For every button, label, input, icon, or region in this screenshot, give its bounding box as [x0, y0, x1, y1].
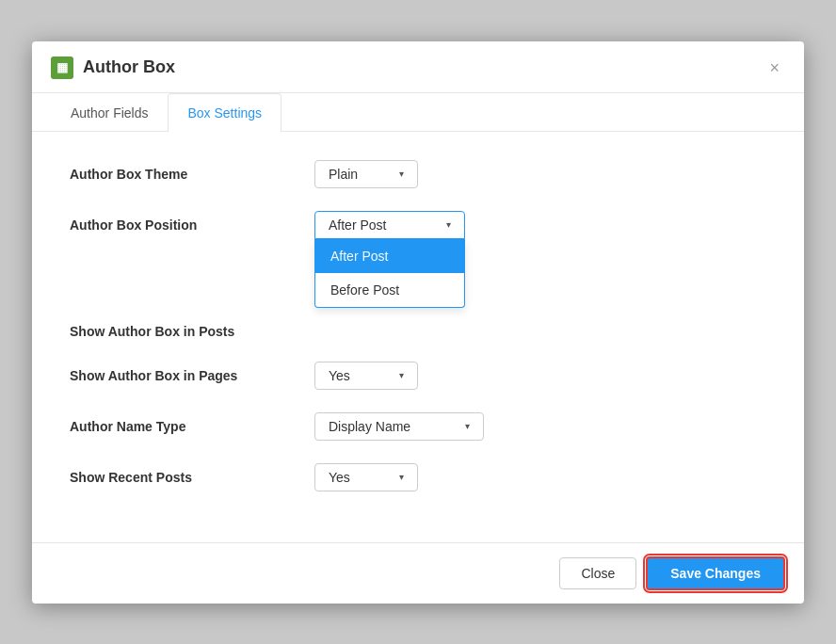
- modal-title: ▦ Author Box: [51, 56, 175, 79]
- show-in-pages-control: Yes ▾: [314, 362, 418, 390]
- modal-close-button[interactable]: ×: [764, 57, 785, 78]
- show-in-pages-row: Show Author Box in Pages Yes ▾: [70, 362, 766, 390]
- chevron-down-icon: ▾: [399, 472, 404, 482]
- author-box-position-select[interactable]: After Post ▾: [314, 211, 465, 239]
- show-recent-posts-label: Show Recent Posts: [70, 470, 314, 485]
- author-name-type-select[interactable]: Display Name ▾: [314, 412, 484, 441]
- author-box-theme-row: Author Box Theme Plain ▾: [70, 160, 766, 188]
- show-recent-posts-value: Yes: [329, 470, 350, 485]
- show-in-posts-label: Show Author Box in Posts: [70, 324, 314, 339]
- show-in-pages-label: Show Author Box in Pages: [70, 368, 314, 383]
- chevron-down-icon: ▾: [399, 370, 404, 380]
- position-dropdown-menu: After Post Before Post: [314, 239, 465, 308]
- save-changes-button[interactable]: Save Changes: [646, 556, 785, 590]
- show-in-pages-value: Yes: [329, 368, 350, 383]
- tab-box-settings[interactable]: Box Settings: [168, 93, 281, 132]
- show-in-posts-row: Show Author Box in Posts: [70, 324, 766, 339]
- author-box-position-control: After Post ▾ After Post Before Post: [314, 211, 465, 239]
- modal-header: ▦ Author Box ×: [32, 41, 804, 93]
- tab-author-fields[interactable]: Author Fields: [51, 93, 168, 132]
- author-name-type-row: Author Name Type Display Name ▾: [70, 412, 766, 441]
- dropdown-option-after-post[interactable]: After Post: [315, 239, 464, 273]
- author-box-theme-select[interactable]: Plain ▾: [314, 160, 418, 188]
- tab-bar: Author Fields Box Settings: [32, 93, 804, 132]
- chevron-down-icon: ▾: [465, 421, 470, 431]
- author-box-theme-control: Plain ▾: [314, 160, 418, 188]
- title-text: Author Box: [83, 57, 175, 77]
- modal-body: Author Box Theme Plain ▾ Author Box Posi…: [32, 132, 804, 542]
- show-recent-posts-select[interactable]: Yes ▾: [314, 463, 418, 491]
- author-box-position-value: After Post: [329, 217, 386, 233]
- author-box-position-label: Author Box Position: [70, 217, 314, 233]
- author-name-type-label: Author Name Type: [70, 419, 314, 434]
- author-box-position-row: Author Box Position After Post ▾ After P…: [70, 211, 766, 239]
- close-button[interactable]: Close: [559, 557, 636, 589]
- chevron-down-icon: ▾: [399, 169, 404, 179]
- chevron-down-icon: ▾: [446, 219, 451, 230]
- modal-overlay: ▦ Author Box × Author Fields Box Setting…: [0, 0, 836, 644]
- author-name-type-control: Display Name ▾: [314, 412, 484, 441]
- show-in-pages-select[interactable]: Yes ▾: [314, 362, 418, 390]
- modal-footer: Close Save Changes: [32, 542, 804, 604]
- show-recent-posts-row: Show Recent Posts Yes ▾: [70, 463, 766, 491]
- author-name-type-value: Display Name: [329, 419, 410, 434]
- modal-dialog: ▦ Author Box × Author Fields Box Setting…: [32, 41, 804, 604]
- show-recent-posts-control: Yes ▾: [314, 463, 418, 491]
- table-icon: ▦: [51, 56, 73, 79]
- author-box-theme-value: Plain: [329, 167, 358, 182]
- close-icon: ×: [769, 58, 780, 77]
- author-box-theme-label: Author Box Theme: [70, 167, 314, 182]
- dropdown-option-before-post[interactable]: Before Post: [315, 273, 464, 307]
